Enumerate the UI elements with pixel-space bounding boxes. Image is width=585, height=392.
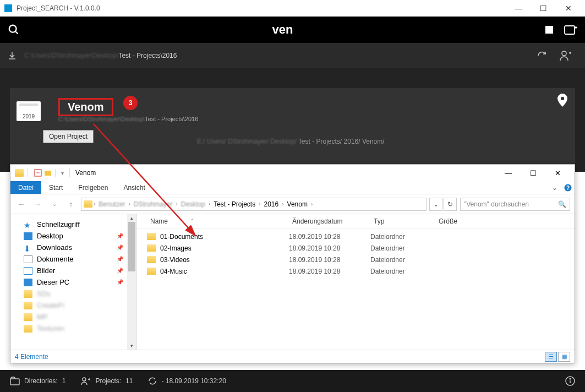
folder-thumbnail: 2019 bbox=[17, 101, 41, 121]
explorer-sidebar: ★Schnellzugriff Desktop📌 ⬇Downloads📌 Dok… bbox=[10, 214, 137, 350]
projects-icon bbox=[81, 377, 91, 385]
download-icon[interactable] bbox=[8, 51, 17, 60]
open-project-button[interactable]: Open Project bbox=[43, 130, 94, 143]
sidebar-this-pc[interactable]: Dieser PC📌 bbox=[10, 276, 136, 288]
file-row[interactable]: 02-Images18.09.2019 10:28Dateiordner bbox=[137, 242, 575, 254]
explorer-close-button[interactable]: ✕ bbox=[545, 165, 570, 181]
svg-point-23 bbox=[570, 378, 571, 379]
project-name: Venom bbox=[58, 98, 113, 116]
column-headers[interactable]: Name⌃ Änderungsdatum Typ Größe bbox=[137, 214, 575, 228]
minimize-button[interactable]: — bbox=[506, 0, 531, 17]
file-row[interactable]: 04-Music18.09.2019 10:28Dateiordner bbox=[137, 265, 575, 277]
add-tab-icon[interactable] bbox=[564, 24, 577, 35]
result-card[interactable]: 2019 Venom 3 C:\Users\DStrohmayer\Deskto… bbox=[10, 88, 575, 165]
project-full-path: E:/ Users/ DStrohmayer/ Desktop/ Test - … bbox=[197, 138, 385, 145]
file-date: 18.09.2019 10:28 bbox=[289, 233, 370, 241]
explorer-minimize-button[interactable]: — bbox=[496, 165, 521, 181]
properties-icon[interactable] bbox=[34, 169, 42, 177]
ribbon-tabs: Datei Start Freigeben Ansicht ⌄ ? bbox=[10, 181, 575, 194]
sidebar-item[interactable]: MP bbox=[10, 311, 136, 323]
add-user-icon[interactable] bbox=[560, 50, 572, 61]
tab-view[interactable]: Ansicht bbox=[116, 181, 152, 194]
explorer-window: ▾ Venom — ☐ ✕ Datei Start Freigeben Ansi… bbox=[10, 164, 575, 363]
help-icon[interactable]: ? bbox=[561, 181, 575, 194]
app-icon bbox=[4, 4, 12, 12]
address-dropdown-button[interactable]: ⌄ bbox=[429, 198, 442, 211]
folder-icon bbox=[147, 268, 156, 275]
file-name: 01-Documents bbox=[160, 233, 289, 241]
search-query[interactable]: ven bbox=[20, 23, 545, 37]
file-type: Dateiordner bbox=[370, 233, 435, 241]
refresh-icon[interactable] bbox=[537, 50, 548, 61]
file-type: Dateiordner bbox=[370, 256, 435, 264]
sidebar-documents[interactable]: Dokumente📌 bbox=[10, 253, 136, 265]
icons-view-button[interactable]: ▦ bbox=[558, 352, 570, 362]
svg-rect-2 bbox=[565, 26, 575, 34]
refresh-button[interactable]: ↻ bbox=[444, 198, 457, 211]
timestamp-segment: - 18.09.2019 10:32:20 bbox=[148, 377, 226, 385]
file-row[interactable]: 03-Videos18.09.2019 10:28Dateiordner bbox=[137, 254, 575, 265]
sidebar-item[interactable]: SDs bbox=[10, 288, 136, 300]
folder-icon bbox=[147, 244, 156, 252]
file-row[interactable]: 01-Documents18.09.2019 10:28Dateiordner bbox=[137, 231, 575, 242]
svg-point-7 bbox=[562, 51, 566, 56]
pin-icon: 📌 bbox=[117, 279, 123, 285]
location-pin-icon[interactable] bbox=[557, 94, 567, 107]
file-date: 18.09.2019 10:28 bbox=[289, 256, 370, 264]
svg-rect-17 bbox=[10, 379, 19, 385]
explorer-maximize-button[interactable]: ☐ bbox=[521, 165, 545, 181]
svg-point-0 bbox=[9, 25, 17, 32]
new-folder-icon[interactable] bbox=[44, 169, 52, 177]
sync-icon bbox=[148, 377, 157, 385]
pin-icon: 📌 bbox=[117, 268, 123, 274]
sidebar-downloads[interactable]: ⬇Downloads📌 bbox=[10, 242, 136, 253]
item-count: 4 Elemente bbox=[15, 353, 48, 361]
file-date: 18.09.2019 10:28 bbox=[289, 244, 370, 252]
tab-start[interactable]: Start bbox=[41, 181, 70, 194]
maximize-button[interactable]: ☐ bbox=[531, 0, 556, 17]
sidebar-item[interactable]: CreateFi bbox=[10, 300, 136, 311]
sidebar-item[interactable]: Texturen bbox=[10, 323, 136, 334]
app-statusbar: Directories: 1 Projects: 11 - 18.09.2019… bbox=[0, 370, 585, 392]
svg-point-10 bbox=[561, 97, 564, 100]
svg-point-18 bbox=[83, 378, 86, 381]
file-name: 02-Images bbox=[160, 244, 289, 252]
search-icon[interactable] bbox=[8, 24, 20, 36]
close-button[interactable]: ✕ bbox=[556, 0, 581, 17]
file-name: 03-Videos bbox=[160, 256, 289, 264]
file-date: 18.09.2019 10:28 bbox=[289, 268, 370, 275]
directories-icon bbox=[10, 377, 20, 385]
forward-button[interactable]: → bbox=[31, 198, 45, 211]
ribbon-expand-icon[interactable]: ⌄ bbox=[548, 181, 561, 194]
explorer-search-input[interactable]: "Venom" durchsuchen 🔍 bbox=[460, 198, 570, 211]
sidebar-pictures[interactable]: Bilder📌 bbox=[10, 265, 136, 276]
back-button[interactable]: ← bbox=[15, 198, 28, 211]
recent-button[interactable]: ⌄ bbox=[48, 198, 61, 211]
folder-icon bbox=[147, 256, 156, 263]
file-list-area: Name⌃ Änderungsdatum Typ Größe 01-Docume… bbox=[137, 214, 575, 350]
sidebar-quick-access[interactable]: ★Schnellzugriff bbox=[10, 219, 136, 230]
sidebar-scrollbar[interactable]: ▴▾ bbox=[127, 214, 136, 350]
explorer-titlebar: ▾ Venom — ☐ ✕ bbox=[10, 165, 575, 181]
tab-file[interactable]: Datei bbox=[10, 181, 41, 194]
svg-line-1 bbox=[15, 31, 18, 34]
explorer-title: Venom bbox=[75, 169, 96, 177]
path-bar: C:\Users\DStrohmayer\Desktop\Test - Proj… bbox=[0, 43, 585, 68]
explorer-statusbar: 4 Elemente ☰ ▦ bbox=[10, 350, 575, 363]
file-type: Dateiordner bbox=[370, 244, 435, 252]
search-icon: 🔍 bbox=[558, 200, 566, 208]
folder-icon bbox=[84, 200, 92, 208]
app-titlebar: Project_SEARCH - V.1.0.0.0 — ☐ ✕ bbox=[0, 0, 585, 17]
results-area: 2019 Venom 3 C:\Users\DStrohmayer\Deskto… bbox=[0, 68, 585, 172]
address-bar[interactable]: › Benutzer› DStrohmayer› Desktop› Test -… bbox=[81, 198, 427, 211]
folder-icon bbox=[15, 169, 24, 177]
up-button[interactable]: ↑ bbox=[64, 198, 78, 211]
current-path: C:\Users\DStrohmayer\Desktop\Test - Proj… bbox=[24, 52, 177, 59]
tab-share[interactable]: Freigeben bbox=[70, 181, 116, 194]
sidebar-desktop[interactable]: Desktop📌 bbox=[10, 230, 136, 242]
stop-icon[interactable] bbox=[545, 26, 553, 34]
info-icon[interactable] bbox=[565, 376, 575, 386]
result-count-badge: 3 bbox=[123, 96, 138, 110]
details-view-button[interactable]: ☰ bbox=[545, 352, 557, 362]
pin-icon: 📌 bbox=[117, 233, 123, 239]
